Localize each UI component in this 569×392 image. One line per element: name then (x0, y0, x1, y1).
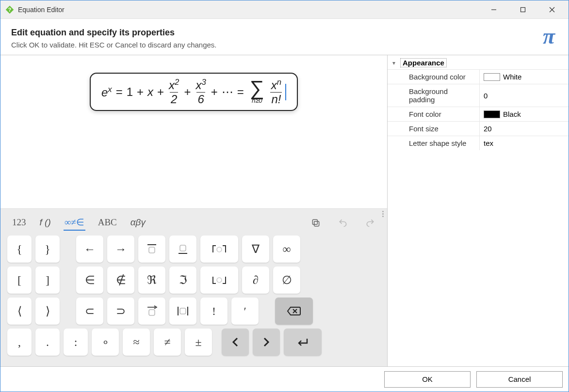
maximize-button[interactable] (508, 0, 537, 19)
app-icon: ? (5, 5, 14, 14)
svg-point-13 (217, 278, 222, 282)
appearance-section-header[interactable]: ▾ Appearance (388, 55, 569, 69)
key-overline[interactable] (138, 235, 165, 263)
header: Edit equation and specify its properties… (0, 19, 569, 55)
key-lbracket[interactable]: [ (7, 267, 32, 294)
key-factorial[interactable]: ! (200, 298, 228, 325)
prop-font-size[interactable]: Font size 20 (388, 121, 569, 136)
key-langle[interactable]: ⟨ (7, 298, 32, 325)
tab-greek[interactable]: αβγ (130, 215, 146, 231)
key-prime[interactable]: ′ (231, 298, 259, 325)
equation-box[interactable]: ex = 1 + x + x22 + x36 + ⋯ = ∑n≥0 xnn! (90, 73, 298, 111)
pi-icon: π (543, 28, 558, 46)
text-cursor (285, 84, 286, 100)
key-cursor-right[interactable] (253, 329, 280, 356)
copy-icon[interactable] (309, 217, 322, 229)
key-abs[interactable] (169, 298, 196, 325)
key-neq[interactable]: ≠ (154, 329, 181, 356)
key-compose[interactable]: ∘ (92, 329, 119, 356)
svg-rect-17 (180, 308, 186, 314)
footer: OK Cancel (0, 366, 569, 392)
titlebar: ? Equation Editor (0, 0, 569, 19)
equation-editor-window: ? Equation Editor Edit equation and spec… (0, 0, 569, 392)
key-real-part[interactable]: ℜ (138, 267, 165, 294)
tab-symbols[interactable]: ∞≠∈ (64, 215, 85, 231)
key-floor[interactable] (200, 267, 238, 294)
svg-rect-7 (312, 220, 317, 224)
keyboard-rows: { } ← → ∇ ∞ [ ] (0, 235, 387, 366)
prop-font-color[interactable]: Font color Black (388, 107, 569, 121)
header-subtitle: Click OK to validate. Hit ESC or Cancel … (11, 41, 217, 49)
minimize-button[interactable] (479, 0, 508, 19)
key-lbrace[interactable]: { (7, 235, 32, 263)
prop-background-color[interactable]: Background color White (388, 69, 569, 84)
redo-icon[interactable] (364, 217, 376, 229)
prop-background-padding[interactable]: Background padding 0 (388, 84, 569, 107)
virtual-keyboard: 123 f () ∞≠∈ ABC αβγ { } (0, 208, 387, 366)
key-empty-set[interactable]: ∅ (273, 267, 300, 294)
tab-numbers[interactable]: 123 (11, 215, 27, 231)
svg-rect-9 (149, 247, 155, 253)
key-backspace[interactable] (275, 298, 313, 325)
undo-icon[interactable] (337, 217, 349, 229)
key-subset[interactable]: ⊂ (76, 298, 103, 325)
key-not-element-of[interactable]: ∉ (107, 267, 134, 294)
svg-rect-15 (149, 310, 155, 315)
window-title: Equation Editor (18, 6, 65, 14)
body: ex = 1 + x + x22 + x36 + ⋯ = ∑n≥0 xnn! (0, 55, 569, 366)
svg-rect-3 (521, 7, 525, 12)
swatch-white (484, 73, 500, 81)
key-plusminus[interactable]: ± (185, 329, 212, 356)
key-rangle[interactable]: ⟩ (35, 298, 60, 325)
properties-panel: ▾ Appearance Background color White Back… (387, 55, 569, 366)
svg-point-12 (217, 247, 222, 252)
equation-preview[interactable]: ex = 1 + x + x22 + x36 + ⋯ = ∑n≥0 xnn! (0, 55, 387, 208)
tab-functions[interactable]: f () (39, 215, 52, 231)
key-approx[interactable]: ≈ (123, 329, 150, 356)
key-period[interactable]: . (35, 329, 60, 356)
key-vector[interactable] (138, 298, 165, 325)
key-nabla[interactable]: ∇ (242, 235, 269, 263)
key-underline[interactable] (169, 235, 196, 263)
key-ceiling[interactable] (200, 235, 238, 263)
chevron-down-icon: ▾ (390, 60, 397, 66)
prop-letter-shape[interactable]: Letter shape style tex (388, 136, 569, 150)
tab-latin[interactable]: ABC (97, 215, 118, 231)
key-rbrace[interactable]: } (35, 235, 60, 263)
key-imag-part[interactable]: ℑ (169, 267, 196, 294)
key-right-arrow[interactable]: → (107, 235, 134, 263)
grip-icon[interactable] (380, 211, 385, 217)
key-comma[interactable]: , (7, 329, 32, 356)
keyboard-tabs: 123 f () ∞≠∈ ABC αβγ (0, 212, 387, 235)
svg-rect-6 (314, 221, 319, 226)
svg-rect-10 (180, 245, 186, 251)
cancel-button[interactable]: Cancel (476, 371, 563, 388)
key-element-of[interactable]: ∈ (76, 267, 103, 294)
key-infinity[interactable]: ∞ (273, 235, 300, 263)
key-superset[interactable]: ⊃ (107, 298, 134, 325)
svg-text:?: ? (8, 6, 11, 12)
key-cursor-left[interactable] (222, 329, 249, 356)
close-button[interactable] (537, 0, 567, 19)
ok-button[interactable]: OK (384, 371, 471, 388)
swatch-black (484, 110, 500, 118)
key-partial[interactable]: ∂ (242, 267, 269, 294)
key-colon[interactable]: : (64, 329, 88, 356)
key-enter[interactable] (284, 329, 322, 356)
left-pane: ex = 1 + x + x22 + x36 + ⋯ = ∑n≥0 xnn! (0, 55, 387, 366)
key-rbracket[interactable]: ] (35, 267, 60, 294)
key-left-arrow[interactable]: ← (76, 235, 103, 263)
header-title: Edit equation and specify its properties (11, 28, 217, 38)
